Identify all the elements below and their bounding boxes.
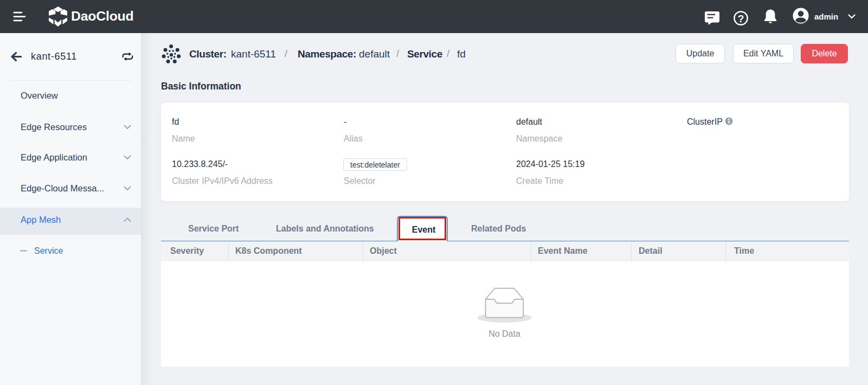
svg-text:?: ? — [738, 13, 744, 24]
